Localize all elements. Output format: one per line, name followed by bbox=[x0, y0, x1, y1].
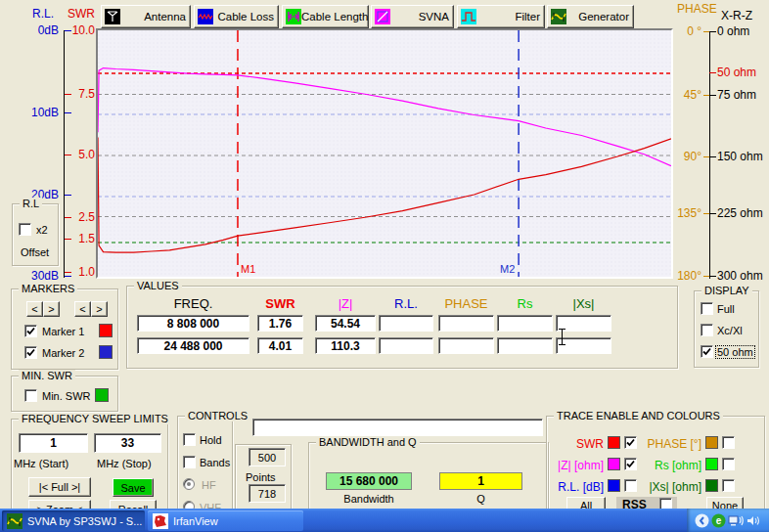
toolbar-button-generator[interactable]: Generator bbox=[547, 5, 634, 28]
values-header-rs: Rs bbox=[497, 296, 553, 311]
marker1-next-button[interactable]: > bbox=[43, 301, 60, 317]
cable-loss-icon bbox=[198, 9, 213, 24]
rl-tick-label: 30dB bbox=[27, 269, 59, 283]
toolbar-button-label: Cable Loss bbox=[213, 11, 278, 22]
swr-tick-label: 5.0 bbox=[69, 148, 95, 161]
hold-checkbox[interactable] bbox=[183, 433, 196, 446]
marker2-checkbox[interactable] bbox=[24, 346, 37, 359]
display-group: DISPLAY Full Xc/Xl 50 ohm bbox=[694, 290, 759, 368]
check-icon bbox=[26, 327, 35, 335]
toolbar-button-svna[interactable]: SVNA bbox=[371, 5, 454, 28]
hf-label: HF bbox=[202, 479, 216, 491]
antenna-icon bbox=[105, 9, 120, 24]
bandwidth-group-title: BANDWIDTH and Q bbox=[316, 436, 420, 448]
toolbar-button-filter[interactable]: Filter bbox=[457, 5, 545, 28]
swr-tick bbox=[65, 155, 71, 155]
marker1-label: M1 bbox=[241, 263, 255, 275]
trace-label: R.L. [dB] bbox=[516, 480, 604, 494]
display-50ohm-checkbox[interactable] bbox=[701, 345, 713, 358]
values-header-swr: SWR bbox=[257, 296, 303, 311]
trace-checkbox[interactable] bbox=[722, 479, 735, 492]
full-range-button[interactable]: |< Full >| bbox=[28, 477, 91, 497]
taskbar-task-irfanview-label: IrfanView bbox=[173, 515, 218, 527]
rl-tick bbox=[65, 195, 71, 196]
toolbar-button-label: Filter bbox=[476, 11, 544, 22]
hide-icons-chevron-icon[interactable] bbox=[695, 513, 709, 528]
values-cell-swr-row1[interactable]: 1.76 bbox=[257, 315, 303, 332]
values-header-rl: R.L. bbox=[379, 296, 433, 311]
values-cell-freq-row1[interactable]: 8 808 000 bbox=[137, 315, 249, 332]
values-header-xs: |Xs| bbox=[556, 296, 611, 311]
tray-e-icon[interactable]: e bbox=[711, 513, 726, 528]
sweep-start-input[interactable]: 1 bbox=[19, 433, 88, 453]
check-icon bbox=[26, 348, 35, 357]
rl-tick bbox=[65, 112, 71, 113]
sweep-group-title: FREQUENCY SWEEP LIMITS bbox=[19, 413, 171, 424]
swr-tick-label: 1.0 bbox=[69, 265, 95, 279]
display-xcxl-checkbox[interactable] bbox=[701, 324, 713, 336]
display-full-checkbox[interactable] bbox=[701, 302, 713, 315]
toolbar-button-label: SVNA bbox=[390, 11, 453, 22]
offset-label[interactable]: Offset bbox=[21, 246, 49, 258]
marker2-color-swatch[interactable] bbox=[99, 345, 113, 359]
taskbar-task-irfanview[interactable]: IrfanView bbox=[148, 510, 303, 531]
display-full-label: Full bbox=[717, 303, 735, 315]
left-axis-line bbox=[64, 30, 65, 278]
trace-label: Rs [ohm] bbox=[613, 459, 701, 472]
hf-radio[interactable] bbox=[183, 478, 195, 490]
bands-checkbox[interactable] bbox=[183, 456, 196, 468]
rl-axis-title: R.L. bbox=[32, 7, 54, 21]
message-field[interactable] bbox=[252, 419, 543, 436]
trace-checkbox[interactable] bbox=[722, 458, 735, 470]
trace-color-swatch[interactable] bbox=[705, 436, 718, 449]
volume-icon[interactable] bbox=[746, 513, 760, 528]
sweep-stop-input[interactable]: 33 bbox=[94, 433, 161, 453]
swr-tick-label: 1.5 bbox=[69, 232, 95, 245]
values-cell-rs-row1[interactable] bbox=[497, 315, 553, 332]
toolbar-button-label: Generator bbox=[566, 11, 633, 22]
phase-tick-label: 180° bbox=[673, 269, 701, 283]
values-cell-phase-row2[interactable] bbox=[438, 337, 494, 354]
x2-checkbox[interactable] bbox=[19, 223, 31, 236]
toolbar-button-antenna[interactable]: Antenna bbox=[101, 5, 191, 28]
trace-color-swatch[interactable] bbox=[705, 479, 718, 492]
values-cell-rs-row2[interactable] bbox=[497, 337, 553, 354]
trace-label: |Z| [ohm] bbox=[516, 459, 604, 472]
values-cell-phase-row1[interactable] bbox=[438, 315, 494, 332]
marker2-next-button[interactable]: > bbox=[91, 301, 108, 317]
values-cell-swr-row2[interactable]: 4.01 bbox=[257, 337, 303, 354]
values-cell-rl-row2[interactable] bbox=[379, 337, 433, 354]
marker1-prev-button[interactable]: < bbox=[26, 301, 43, 317]
min-swr-group-title: MIN. SWR bbox=[19, 370, 75, 381]
values-cell-rl-row1[interactable] bbox=[379, 315, 433, 332]
values-cell-freq-row2[interactable]: 24 488 000 bbox=[137, 337, 249, 354]
points-label: Points bbox=[246, 471, 276, 483]
min-swr-color-swatch[interactable] bbox=[95, 388, 109, 402]
taskbar-task-svna[interactable]: SVNA by SP3SWJ - S... bbox=[2, 510, 145, 531]
values-group-title: VALUES bbox=[134, 280, 182, 291]
toolbar-button-cable-length[interactable]: Cable Length bbox=[282, 5, 369, 28]
trace-color-swatch[interactable] bbox=[705, 458, 718, 470]
taskbar-task-svna-label: SVNA by SP3SWJ - S... bbox=[27, 515, 142, 527]
marker2-prev-button[interactable]: < bbox=[74, 301, 91, 317]
min-swr-checkbox[interactable] bbox=[24, 389, 37, 402]
values-cell-z-row2[interactable]: 110.3 bbox=[315, 337, 376, 354]
toolbar-button-cable-loss[interactable]: Cable Loss bbox=[194, 5, 279, 28]
ohm-tick bbox=[709, 276, 716, 277]
bands-label: Bands bbox=[200, 457, 230, 468]
chart-area[interactable]: M1 M2 bbox=[96, 28, 673, 279]
points-value2[interactable]: 718 bbox=[249, 484, 286, 503]
values-cell-z-row1[interactable]: 54.54 bbox=[315, 315, 376, 332]
display-group-title: DISPLAY bbox=[701, 285, 752, 296]
marker1-checkbox[interactable] bbox=[24, 325, 37, 337]
phase-tick-label: 45° bbox=[673, 88, 701, 102]
swr-tick bbox=[65, 217, 71, 218]
marker1-color-swatch[interactable] bbox=[99, 324, 113, 337]
points-input[interactable]: 500 bbox=[249, 448, 286, 466]
save-button[interactable]: Save bbox=[113, 478, 154, 497]
network-monitor-icon[interactable] bbox=[728, 513, 744, 528]
trace-label: PHASE [°] bbox=[613, 437, 701, 451]
trace-checkbox[interactable] bbox=[722, 436, 735, 449]
ohm-tick bbox=[709, 213, 716, 214]
right-axis-line bbox=[709, 31, 710, 279]
